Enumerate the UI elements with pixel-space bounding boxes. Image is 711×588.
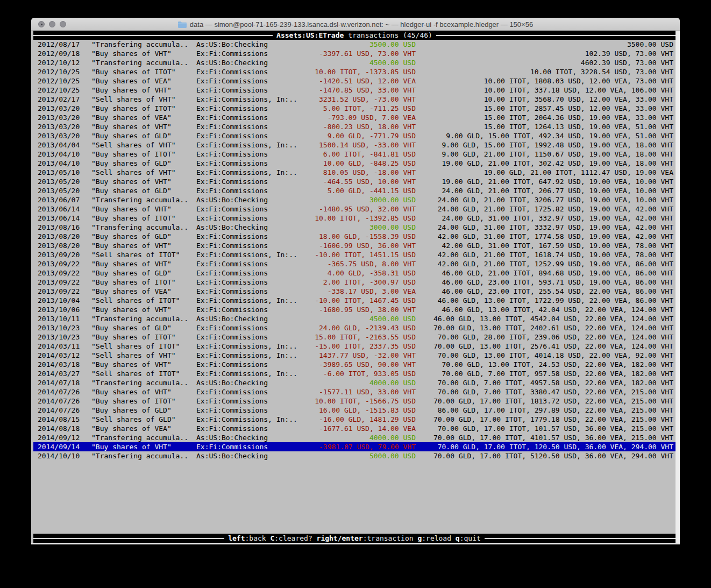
transaction-row[interactable]: 2013/03/20 "Buy shares of VEA" Ex:Fi:Com… [33, 113, 676, 122]
transaction-row[interactable]: 2013/03/20 "Buy shares of ITOT" Ex:Fi:Co… [33, 104, 676, 113]
txn-description: "Transfering accumula.. [91, 58, 196, 67]
txn-running-balance: 70.00 GLD, 7.00 ITOT, 4957.58 USD, 22.00… [416, 378, 673, 387]
transaction-row[interactable]: 2013/09/22 "Buy shares of GLD" Ex:Fi:Com… [33, 268, 676, 278]
txn-other-accounts: Ex:Fi:Commissions [196, 268, 300, 278]
txn-amount: 10.00 ITOT, -1392.85 USD [300, 214, 416, 223]
txn-description: "Buy shares of ITOT" [91, 214, 196, 223]
txn-running-balance: 9.00 GLD, 15.00 ITOT, 492.34 USD, 19.00 … [416, 131, 673, 140]
txn-description: "Sell shares of VHT" [91, 140, 196, 150]
txn-date: 2013/05/10 [38, 168, 91, 177]
txn-other-accounts: Ex:Fi:Commissions, In:.. [196, 342, 300, 351]
transaction-row[interactable]: 2014/07/26 "Buy shares of GLD" Ex:Fi:Com… [33, 406, 676, 415]
transaction-row[interactable]: 2012/09/18 "Buy shares of VHT" Ex:Fi:Com… [33, 49, 676, 58]
transaction-row[interactable]: 2013/02/17 "Sell shares of VHT" Ex:Fi:Co… [33, 95, 676, 104]
transaction-row[interactable]: 2013/09/22 "Buy shares of ITOT" Ex:Fi:Co… [33, 278, 676, 287]
txn-running-balance: 46.00 GLD, 21.00 ITOT, 894.68 USD, 19.00… [416, 268, 673, 278]
transaction-row[interactable]: 2013/06/14 "Buy shares of VHT" Ex:Fi:Com… [33, 204, 676, 214]
txn-amount: 9.00 GLD, -771.79 USD [300, 131, 416, 140]
txn-running-balance: 24.00 GLD, 21.00 ITOT, 3206.77 USD, 19.0… [416, 195, 673, 204]
transaction-row[interactable]: 2012/10/12 "Transfering accumula.. As:US… [33, 58, 676, 67]
txn-amount: -16.00 GLD, 1481.29 USD [300, 415, 416, 424]
txn-amount: 5.00 GLD, -441.15 USD [300, 186, 416, 195]
txn-running-balance: 70.00 GLD, 13.00 ITOT, 4014.18 USD, 22.0… [416, 351, 673, 360]
transaction-row[interactable]: 2014/07/26 "Buy shares of VHT" Ex:Fi:Com… [33, 387, 676, 396]
transaction-row[interactable]: 2014/03/27 "Sell shares of ITOT" Ex:Fi:C… [33, 369, 676, 378]
transaction-row[interactable]: 2013/03/20 "Buy shares of VHT" Ex:Fi:Com… [33, 122, 676, 131]
transaction-row[interactable]: 2014/09/14 "Buy shares of VHT" Ex:Fi:Com… [33, 442, 676, 451]
transaction-row[interactable]: 2013/08/16 "Transfering accumula.. As:US… [33, 223, 676, 232]
txn-other-accounts: Ex:Fi:Commissions [196, 442, 300, 451]
transaction-row[interactable]: 2014/03/12 "Sell shares of VHT" Ex:Fi:Co… [33, 351, 676, 360]
transaction-row[interactable]: 2013/05/20 "Buy shares of VHT" Ex:Fi:Com… [33, 177, 676, 186]
txn-date: 2014/03/27 [38, 369, 91, 378]
transaction-row[interactable]: 2014/08/18 "Buy shares of VEA" Ex:Fi:Com… [33, 424, 676, 433]
txn-description: "Transfering accumula.. [91, 223, 196, 232]
transaction-row[interactable]: 2014/09/12 "Transfering accumula.. As:US… [33, 433, 676, 442]
txn-amount: 1437.77 USD, -32.00 VHT [300, 351, 416, 360]
scrollbar-track[interactable] [676, 31, 680, 543]
txn-date: 2014/08/18 [38, 424, 91, 433]
txn-description: "Buy shares of VHT" [91, 122, 196, 131]
txn-other-accounts: As:US:Bo:Checking [196, 378, 300, 387]
transaction-row[interactable]: 2014/03/11 "Sell shares of ITOT" Ex:Fi:C… [33, 342, 676, 351]
transaction-row[interactable]: 2013/10/11 "Transfering accumula.. As:US… [33, 314, 676, 323]
titlebar[interactable]: data — simon@pool-71-165-239-133.lsanca.… [31, 18, 680, 31]
transaction-row[interactable]: 2013/04/10 "Buy shares of GLD" Ex:Fi:Com… [33, 159, 676, 168]
transaction-row[interactable]: 2013/04/10 "Buy shares of ITOT" Ex:Fi:Co… [33, 150, 676, 159]
header-subtitle: transactions (45/46) [348, 31, 432, 39]
txn-date: 2013/06/14 [38, 204, 91, 214]
txn-running-balance: 19.00 GLD, 21.00 ITOT, 1112.47 USD, 19.0… [416, 168, 673, 177]
txn-description: "Buy shares of ITOT" [91, 396, 196, 406]
txn-description: "Buy shares of ITOT" [91, 104, 196, 113]
txn-amount: 16.00 GLD, -1515.83 USD [300, 406, 416, 415]
transaction-row[interactable]: 2013/10/06 "Buy shares of VHT" Ex:Fi:Com… [33, 305, 676, 314]
transaction-row[interactable]: 2014/07/26 "Buy shares of ITOT" Ex:Fi:Co… [33, 396, 676, 406]
txn-other-accounts: As:US:Bo:Checking [196, 433, 300, 442]
txn-other-accounts: Ex:Fi:Commissions [196, 122, 300, 131]
txn-date: 2014/07/18 [38, 378, 91, 387]
txn-other-accounts: Ex:Fi:Commissions [196, 214, 300, 223]
txn-running-balance: 10.00 ITOT, 3228.54 USD, 73.00 VHT [416, 67, 673, 76]
transaction-row[interactable]: 2013/04/04 "Sell shares of VHT" Ex:Fi:Co… [33, 140, 676, 150]
txn-other-accounts: As:US:Bo:Checking [196, 451, 300, 461]
transaction-row[interactable]: 2014/08/15 "Sell shares of GLD" Ex:Fi:Co… [33, 415, 676, 424]
txn-description: "Buy shares of VHT" [91, 241, 196, 250]
transaction-row[interactable]: 2013/09/22 "Buy shares of VEA" Ex:Fi:Com… [33, 287, 676, 296]
txn-date: 2013/06/07 [38, 195, 91, 204]
transaction-row[interactable]: 2013/03/20 "Buy shares of GLD" Ex:Fi:Com… [33, 131, 676, 140]
transaction-row[interactable]: 2014/10/10 "Transfering accumula.. As:US… [33, 451, 676, 461]
txn-description: "Buy shares of GLD" [91, 232, 196, 241]
txn-running-balance: 46.00 GLD, 13.00 ITOT, 4542.04 USD, 22.0… [416, 314, 673, 323]
transaction-row[interactable]: 2014/03/18 "Buy shares of VHT" Ex:Fi:Com… [33, 360, 676, 369]
transaction-row[interactable]: 2013/06/07 "Transfering accumula.. As:US… [33, 195, 676, 204]
txn-other-accounts: Ex:Fi:Commissions [196, 177, 300, 186]
txn-amount: -464.55 USD, 10.00 VHT [300, 177, 416, 186]
transaction-row[interactable]: 2014/07/18 "Transfering accumula.. As:US… [33, 378, 676, 387]
txn-date: 2014/07/26 [38, 406, 91, 415]
transaction-row[interactable]: 2012/10/25 "Buy shares of VEA" Ex:Fi:Com… [33, 76, 676, 86]
txn-other-accounts: Ex:Fi:Commissions [196, 67, 300, 76]
txn-running-balance: 4602.39 USD, 73.00 VHT [416, 58, 673, 67]
transaction-row[interactable]: 2013/10/04 "Sell shares of ITOT" Ex:Fi:C… [33, 296, 676, 305]
txn-amount: 15.00 ITOT, -2163.55 USD [300, 332, 416, 342]
transaction-row[interactable]: 2013/10/23 "Buy shares of ITOT" Ex:Fi:Co… [33, 332, 676, 342]
txn-running-balance: 42.00 GLD, 21.00 ITOT, 1618.74 USD, 19.0… [416, 250, 673, 259]
txn-other-accounts: Ex:Fi:Commissions [196, 332, 300, 342]
transaction-row[interactable]: 2013/05/20 "Buy shares of GLD" Ex:Fi:Com… [33, 186, 676, 195]
txn-amount: 1500.14 USD, -33.00 VHT [300, 140, 416, 150]
txn-amount: 4000.00 USD [300, 378, 416, 387]
transaction-row[interactable]: 2012/08/17 "Transfering accumula.. As:US… [33, 40, 676, 49]
transaction-row[interactable]: 2013/06/14 "Buy shares of ITOT" Ex:Fi:Co… [33, 214, 676, 223]
txn-amount: -3981.07 USD, 79.00 VHT [300, 442, 416, 451]
transaction-row[interactable]: 2012/10/25 "Buy shares of VHT" Ex:Fi:Com… [33, 86, 676, 95]
transaction-row[interactable]: 2013/08/20 "Buy shares of GLD" Ex:Fi:Com… [33, 232, 676, 241]
transaction-row[interactable]: 2013/09/22 "Buy shares of VHT" Ex:Fi:Com… [33, 259, 676, 268]
transaction-row[interactable]: 2013/08/20 "Buy shares of VHT" Ex:Fi:Com… [33, 241, 676, 250]
transaction-row[interactable]: 2013/05/10 "Sell shares of VHT" Ex:Fi:Co… [33, 168, 676, 177]
transaction-row[interactable]: 2013/09/20 "Sell shares of ITOT" Ex:Fi:C… [33, 250, 676, 259]
txn-other-accounts: Ex:Fi:Commissions [196, 305, 300, 314]
transaction-row[interactable]: 2013/10/23 "Buy shares of GLD" Ex:Fi:Com… [33, 323, 676, 332]
txn-running-balance: 24.00 GLD, 21.00 ITOT, 206.77 USD, 19.00… [416, 186, 673, 195]
transaction-row[interactable]: 2012/10/25 "Buy shares of ITOT" Ex:Fi:Co… [33, 67, 676, 76]
txn-other-accounts: Ex:Fi:Commissions, In:.. [196, 95, 300, 104]
